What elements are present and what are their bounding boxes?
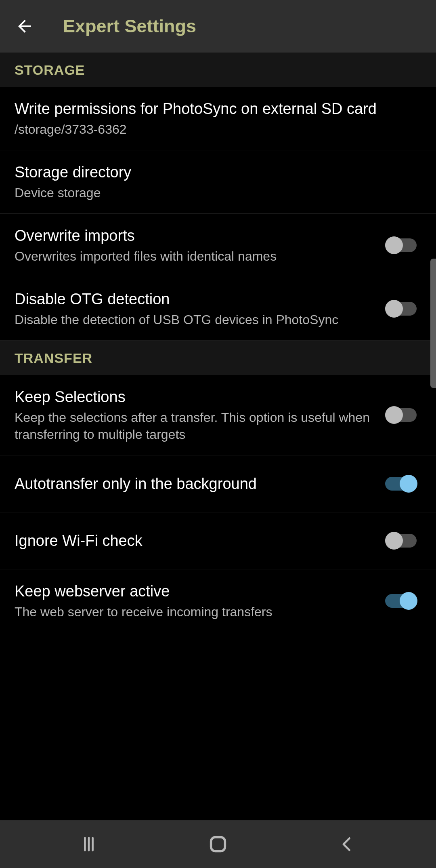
row-texts: Write permissions for PhotoSync on exter… bbox=[15, 99, 421, 138]
section-header-transfer: TRANSFER bbox=[0, 341, 436, 375]
switch-thumb bbox=[385, 532, 403, 550]
row-subtitle: The web server to receive incoming trans… bbox=[15, 603, 377, 620]
row-overwrite-imports[interactable]: Overwrite imports Overwrites imported fi… bbox=[0, 214, 436, 277]
recent-apps-icon bbox=[80, 835, 98, 853]
row-disable-otg[interactable]: Disable OTG detection Disable the detect… bbox=[0, 277, 436, 341]
row-subtitle: Overwrites imported files with identical… bbox=[15, 248, 377, 265]
switch-ignore-wifi[interactable] bbox=[385, 532, 417, 549]
row-texts: Autotransfer only in the background bbox=[15, 474, 385, 493]
row-texts: Keep Selections Keep the selections afte… bbox=[15, 387, 385, 443]
navigation-bar bbox=[0, 820, 436, 868]
nav-recent-button[interactable] bbox=[65, 832, 113, 856]
switch-thumb bbox=[385, 236, 403, 254]
row-title: Ignore Wi-Fi check bbox=[15, 531, 377, 550]
section-label: TRANSFER bbox=[15, 350, 92, 366]
switch-thumb bbox=[385, 300, 403, 318]
row-title: Write permissions for PhotoSync on exter… bbox=[15, 99, 413, 118]
row-keep-webserver[interactable]: Keep webserver active The web server to … bbox=[0, 569, 436, 632]
row-texts: Overwrite imports Overwrites imported fi… bbox=[15, 226, 385, 265]
app-bar: Expert Settings bbox=[0, 0, 436, 53]
switch-thumb bbox=[400, 475, 417, 493]
section-header-storage: STORAGE bbox=[0, 53, 436, 87]
switch-thumb bbox=[400, 592, 417, 610]
nav-back-button[interactable] bbox=[323, 832, 371, 856]
scrollbar-thumb[interactable] bbox=[430, 259, 436, 388]
switch-keep-selections[interactable] bbox=[385, 407, 417, 423]
row-title: Keep Selections bbox=[15, 387, 377, 407]
row-texts: Disable OTG detection Disable the detect… bbox=[15, 289, 385, 328]
row-title: Overwrite imports bbox=[15, 226, 377, 245]
row-title: Keep webserver active bbox=[15, 581, 377, 601]
svg-rect-0 bbox=[211, 837, 225, 851]
row-subtitle: Device storage bbox=[15, 184, 413, 201]
row-ignore-wifi[interactable]: Ignore Wi-Fi check bbox=[0, 512, 436, 569]
row-title: Autotransfer only in the background bbox=[15, 474, 377, 493]
switch-autotransfer-bg[interactable] bbox=[385, 475, 417, 492]
row-texts: Keep webserver active The web server to … bbox=[15, 581, 385, 620]
row-title: Disable OTG detection bbox=[15, 289, 377, 309]
row-write-permissions[interactable]: Write permissions for PhotoSync on exter… bbox=[0, 87, 436, 150]
section-label: STORAGE bbox=[15, 62, 85, 78]
switch-disable-otg[interactable] bbox=[385, 300, 417, 317]
home-icon bbox=[208, 834, 228, 855]
row-storage-directory[interactable]: Storage directory Device storage bbox=[0, 150, 436, 214]
row-subtitle: Disable the detection of USB OTG devices… bbox=[15, 311, 377, 328]
row-subtitle: /storage/3733-6362 bbox=[15, 121, 413, 138]
row-autotransfer-bg[interactable]: Autotransfer only in the background bbox=[0, 455, 436, 512]
row-title: Storage directory bbox=[15, 162, 413, 182]
page-title: Expert Settings bbox=[63, 16, 196, 37]
switch-thumb bbox=[385, 406, 403, 424]
chevron-left-icon bbox=[338, 835, 356, 853]
nav-home-button[interactable] bbox=[194, 832, 242, 856]
row-texts: Storage directory Device storage bbox=[15, 162, 421, 201]
switch-overwrite-imports[interactable] bbox=[385, 237, 417, 254]
row-keep-selections[interactable]: Keep Selections Keep the selections afte… bbox=[0, 375, 436, 455]
screen: Expert Settings STORAGE Write permission… bbox=[0, 0, 436, 868]
back-button[interactable] bbox=[15, 16, 35, 36]
switch-keep-webserver[interactable] bbox=[385, 592, 417, 609]
arrow-left-icon bbox=[15, 17, 34, 36]
row-subtitle: Keep the selections after a transfer. Th… bbox=[15, 409, 377, 443]
settings-list[interactable]: STORAGE Write permissions for PhotoSync … bbox=[0, 53, 436, 820]
row-texts: Ignore Wi-Fi check bbox=[15, 531, 385, 550]
